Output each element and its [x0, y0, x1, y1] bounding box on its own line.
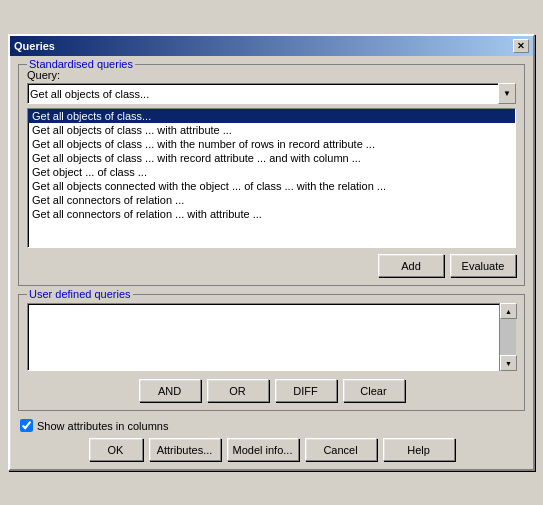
evaluate-button[interactable]: Evaluate	[450, 254, 516, 277]
add-button[interactable]: Add	[378, 254, 444, 277]
and-button[interactable]: AND	[139, 379, 201, 402]
textarea-container: ▲ ▼	[27, 303, 516, 373]
clear-button[interactable]: Clear	[343, 379, 405, 402]
standardised-queries-label: Standardised queries	[27, 58, 135, 70]
scroll-down-button[interactable]: ▼	[500, 355, 517, 371]
list-item[interactable]: Get all objects connected with the objec…	[28, 179, 515, 193]
close-button[interactable]: ✕	[513, 39, 529, 53]
dropdown-container: Get all objects of class...	[27, 83, 516, 104]
list-item[interactable]: Get all connectors of relation ...	[28, 193, 515, 207]
help-button[interactable]: Help	[383, 438, 455, 461]
list-item[interactable]: Get all objects of class ... with record…	[28, 151, 515, 165]
std-button-row: Add Evaluate	[27, 254, 516, 277]
show-attributes-checkbox[interactable]	[20, 419, 33, 432]
title-bar-text: Queries	[14, 40, 55, 52]
user-queries-group: User defined queries ▲ ▼ AND OR DIFF Cle…	[18, 294, 525, 411]
window-title: Queries	[14, 40, 55, 52]
query-buttons-row: AND OR DIFF Clear	[27, 379, 516, 402]
list-item[interactable]: Get object ... of class ...	[28, 165, 515, 179]
model-info-button[interactable]: Model info...	[227, 438, 299, 461]
query-textarea[interactable]	[27, 303, 516, 371]
query-label: Query:	[27, 69, 516, 81]
or-button[interactable]: OR	[207, 379, 269, 402]
window-content: Standardised queries Query: Get all obje…	[10, 56, 533, 469]
scroll-track	[500, 319, 516, 355]
ok-button[interactable]: OK	[89, 438, 143, 461]
queries-dialog: Queries ✕ Standardised queries Query: Ge…	[8, 34, 535, 471]
bottom-buttons-row: OK Attributes... Model info... Cancel He…	[18, 438, 525, 461]
show-attributes-row: Show attributes in columns	[18, 419, 525, 432]
user-queries-label: User defined queries	[27, 288, 133, 300]
list-item[interactable]: Get all objects of class ... with the nu…	[28, 137, 515, 151]
list-item[interactable]: Get all connectors of relation ... with …	[28, 207, 515, 221]
title-bar-controls: ✕	[513, 39, 529, 53]
scrollbar[interactable]: ▲ ▼	[499, 303, 516, 371]
query-row: Query: Get all objects of class...	[27, 69, 516, 104]
diff-button[interactable]: DIFF	[275, 379, 337, 402]
list-item[interactable]: Get all objects of class ... with attrib…	[28, 123, 515, 137]
query-dropdown[interactable]: Get all objects of class...	[27, 83, 516, 104]
attributes-button[interactable]: Attributes...	[149, 438, 221, 461]
cancel-button[interactable]: Cancel	[305, 438, 377, 461]
scroll-up-button[interactable]: ▲	[500, 303, 517, 319]
show-attributes-label[interactable]: Show attributes in columns	[37, 420, 168, 432]
standardised-queries-group: Standardised queries Query: Get all obje…	[18, 64, 525, 286]
list-item[interactable]: Get all objects of class...	[28, 109, 515, 123]
title-bar: Queries ✕	[10, 36, 533, 56]
query-list[interactable]: Get all objects of class... Get all obje…	[27, 108, 516, 248]
